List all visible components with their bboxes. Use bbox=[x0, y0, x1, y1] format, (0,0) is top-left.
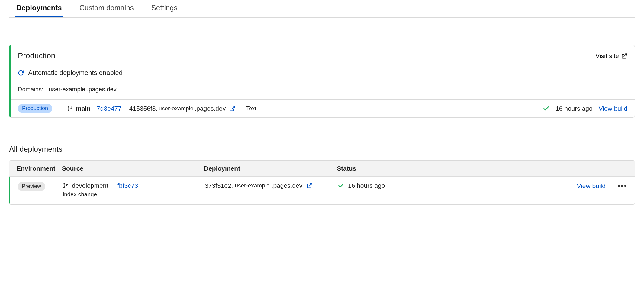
domains-label: Domains: bbox=[18, 86, 43, 93]
env-badge-preview: Preview bbox=[18, 182, 45, 191]
deployment-host-prefix: 373f31e2. bbox=[205, 182, 233, 189]
external-link-icon bbox=[307, 183, 313, 189]
deployments-table: Environment Source Deployment Status Pre… bbox=[9, 160, 635, 205]
check-icon bbox=[338, 182, 344, 189]
refresh-icon bbox=[18, 70, 24, 76]
deployment-url[interactable]: 415356f3. user-example .pages.dev bbox=[127, 105, 235, 112]
deployment-host-suffix: .pages.dev bbox=[195, 105, 226, 112]
svg-line-0 bbox=[624, 54, 626, 56]
commit-message: index change bbox=[63, 191, 205, 198]
deployment-host-sub: user-example bbox=[159, 105, 193, 112]
table-row: Preview development fbf3c73 index change… bbox=[9, 177, 635, 204]
check-icon bbox=[543, 105, 549, 112]
view-build-link[interactable]: View build bbox=[599, 105, 627, 112]
branch: main bbox=[67, 105, 91, 112]
deployment-time: 16 hours ago bbox=[348, 182, 385, 189]
commit-link[interactable]: fbf3c73 bbox=[117, 182, 138, 189]
production-card: Production Visit site Automatic deployme… bbox=[9, 45, 635, 118]
domain-sub: user-example bbox=[49, 86, 85, 93]
production-title: Production bbox=[18, 51, 55, 60]
text-label: Text bbox=[246, 106, 256, 112]
domain-suffix: .pages.dev bbox=[87, 86, 117, 93]
view-build-link[interactable]: View build bbox=[577, 182, 606, 190]
deployment-host-suffix: .pages.dev bbox=[272, 182, 303, 189]
more-actions-button[interactable]: ••• bbox=[618, 182, 627, 190]
visit-site-label: Visit site bbox=[595, 52, 619, 60]
svg-line-4 bbox=[232, 106, 234, 109]
tab-custom-domains[interactable]: Custom domains bbox=[78, 0, 135, 17]
col-status: Status bbox=[337, 165, 424, 172]
git-branch-icon bbox=[63, 183, 68, 188]
all-deployments-heading: All deployments bbox=[9, 145, 635, 154]
external-link-icon bbox=[229, 106, 235, 112]
tabs: Deployments Custom domains Settings bbox=[9, 0, 635, 18]
domain-value[interactable]: user-example .pages.dev bbox=[49, 86, 117, 93]
external-link-icon bbox=[621, 53, 627, 59]
auto-deploy-label: Automatic deployments enabled bbox=[28, 69, 123, 77]
deployment-host-prefix: 415356f3. bbox=[129, 105, 157, 112]
branch-name: development bbox=[72, 182, 108, 189]
col-environment: Environment bbox=[17, 165, 62, 172]
production-current-deploy-row: Production main 7d3e477 415356f3. user-e… bbox=[11, 99, 635, 117]
visit-site-link[interactable]: Visit site bbox=[595, 52, 627, 60]
col-source: Source bbox=[62, 165, 204, 172]
col-deployment: Deployment bbox=[204, 165, 337, 172]
deployment-url[interactable]: 373f31e2. user-example .pages.dev bbox=[205, 182, 338, 189]
svg-line-8 bbox=[309, 184, 312, 186]
deployment-host-sub: user-example bbox=[235, 182, 269, 189]
deployment-time: 16 hours ago bbox=[555, 105, 593, 112]
tab-deployments[interactable]: Deployments bbox=[15, 0, 63, 17]
branch-name: main bbox=[76, 105, 91, 112]
env-badge-production: Production bbox=[18, 104, 52, 113]
tab-settings[interactable]: Settings bbox=[150, 0, 179, 17]
commit-link[interactable]: 7d3e477 bbox=[97, 105, 121, 112]
table-header: Environment Source Deployment Status bbox=[9, 161, 635, 177]
git-branch-icon bbox=[67, 106, 73, 111]
